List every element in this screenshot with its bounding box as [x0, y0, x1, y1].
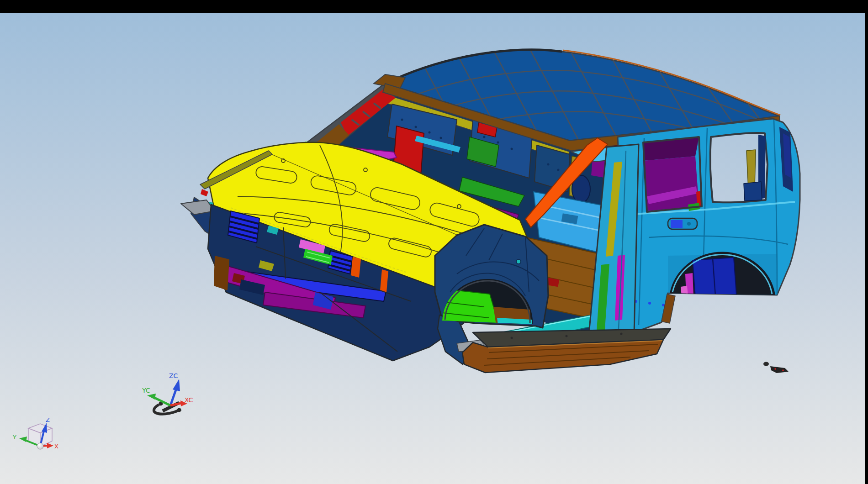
graphics-viewport[interactable]: ZC YC XC Z Y — [0, 0, 868, 484]
wcs-x-label: XC — [185, 396, 193, 404]
wcs-y-label: YC — [142, 387, 150, 394]
wcs-z-label: ZC — [169, 372, 178, 379]
window-right-edge — [865, 0, 868, 484]
datum-x-label: X — [54, 443, 58, 450]
application-window: ZC YC XC Z Y — [0, 0, 868, 484]
datum-z-label: Z — [46, 416, 50, 423]
door-handle-recess[interactable] — [668, 218, 697, 229]
datum-origin-ball — [37, 443, 43, 449]
datum-y-label: Y — [12, 434, 16, 441]
rear-door-window[interactable] — [643, 137, 702, 212]
window-top-bar — [0, 0, 868, 13]
quarter-window[interactable] — [710, 133, 767, 202]
